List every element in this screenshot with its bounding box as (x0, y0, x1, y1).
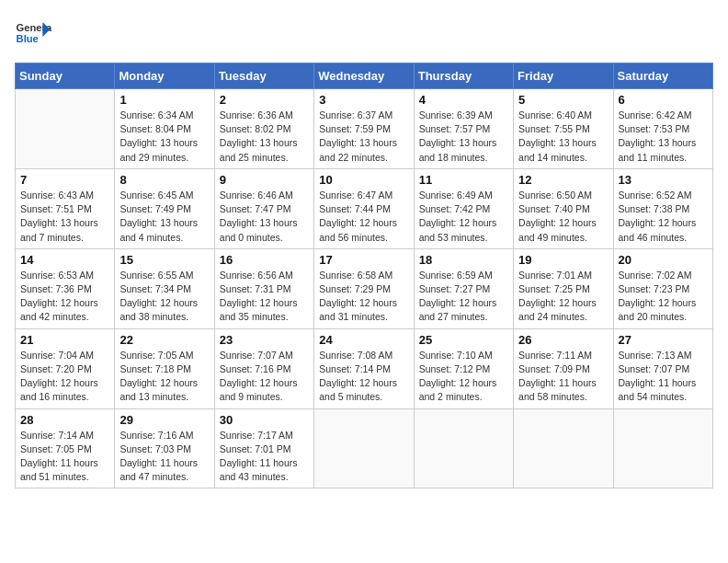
calendar-cell (16, 89, 115, 169)
calendar-week-row: 21Sunrise: 7:04 AMSunset: 7:20 PMDayligh… (16, 328, 713, 408)
day-number: 10 (319, 173, 408, 187)
day-detail: Sunrise: 7:05 AMSunset: 7:18 PMDaylight:… (119, 349, 209, 405)
day-detail: Sunrise: 6:40 AMSunset: 7:55 PMDaylight:… (518, 109, 608, 165)
weekday-header-tuesday: Tuesday (214, 63, 313, 89)
calendar-cell: 17Sunrise: 6:58 AMSunset: 7:29 PMDayligh… (314, 248, 414, 328)
calendar-cell: 13Sunrise: 6:52 AMSunset: 7:38 PMDayligh… (613, 168, 712, 248)
page-header: General Blue (15, 15, 713, 52)
calendar-cell: 1Sunrise: 6:34 AMSunset: 8:04 PMDaylight… (115, 89, 214, 169)
calendar-cell: 30Sunrise: 7:17 AMSunset: 7:01 PMDayligh… (214, 408, 313, 488)
day-detail: Sunrise: 7:11 AMSunset: 7:09 PMDaylight:… (518, 349, 608, 405)
calendar-cell (414, 408, 513, 488)
day-number: 19 (518, 253, 608, 267)
day-number: 28 (20, 413, 109, 427)
calendar-cell: 22Sunrise: 7:05 AMSunset: 7:18 PMDayligh… (115, 328, 214, 408)
day-detail: Sunrise: 6:49 AMSunset: 7:42 PMDaylight:… (419, 189, 508, 245)
calendar-cell (514, 408, 613, 488)
day-number: 21 (20, 333, 109, 347)
day-number: 9 (220, 173, 309, 187)
calendar-cell: 27Sunrise: 7:13 AMSunset: 7:07 PMDayligh… (613, 328, 712, 408)
day-number: 5 (518, 93, 608, 107)
svg-text:Blue: Blue (17, 33, 39, 44)
day-detail: Sunrise: 7:01 AMSunset: 7:25 PMDaylight:… (518, 269, 608, 325)
calendar-cell: 26Sunrise: 7:11 AMSunset: 7:09 PMDayligh… (514, 328, 613, 408)
calendar-cell: 10Sunrise: 6:47 AMSunset: 7:44 PMDayligh… (314, 168, 414, 248)
day-detail: Sunrise: 7:07 AMSunset: 7:16 PMDaylight:… (220, 349, 309, 405)
day-number: 24 (319, 333, 408, 347)
weekday-header-saturday: Saturday (613, 63, 712, 89)
calendar-cell: 6Sunrise: 6:42 AMSunset: 7:53 PMDaylight… (613, 89, 712, 169)
calendar-cell: 3Sunrise: 6:37 AMSunset: 7:59 PMDaylight… (314, 89, 414, 169)
day-detail: Sunrise: 6:39 AMSunset: 7:57 PMDaylight:… (419, 109, 508, 165)
day-number: 26 (518, 333, 608, 347)
day-number: 7 (20, 173, 109, 187)
calendar-week-row: 14Sunrise: 6:53 AMSunset: 7:36 PMDayligh… (16, 248, 713, 328)
day-number: 15 (119, 253, 209, 267)
day-detail: Sunrise: 6:50 AMSunset: 7:40 PMDaylight:… (518, 189, 608, 245)
logo-icon: General Blue (15, 15, 51, 52)
calendar-cell: 9Sunrise: 6:46 AMSunset: 7:47 PMDaylight… (214, 168, 313, 248)
day-detail: Sunrise: 6:36 AMSunset: 8:02 PMDaylight:… (220, 109, 309, 165)
day-number: 22 (119, 333, 209, 347)
day-detail: Sunrise: 7:14 AMSunset: 7:05 PMDaylight:… (20, 429, 109, 485)
day-number: 29 (119, 413, 209, 427)
day-number: 11 (419, 173, 508, 187)
weekday-header-friday: Friday (514, 63, 613, 89)
day-detail: Sunrise: 7:02 AMSunset: 7:23 PMDaylight:… (619, 269, 708, 325)
day-detail: Sunrise: 7:16 AMSunset: 7:03 PMDaylight:… (119, 429, 209, 485)
day-number: 4 (419, 93, 508, 107)
day-detail: Sunrise: 6:34 AMSunset: 8:04 PMDaylight:… (119, 109, 209, 165)
calendar-cell: 16Sunrise: 6:56 AMSunset: 7:31 PMDayligh… (214, 248, 313, 328)
day-number: 16 (220, 253, 309, 267)
day-number: 3 (319, 93, 408, 107)
logo: General Blue (15, 15, 55, 52)
calendar-cell: 21Sunrise: 7:04 AMSunset: 7:20 PMDayligh… (16, 328, 115, 408)
day-detail: Sunrise: 6:46 AMSunset: 7:47 PMDaylight:… (220, 189, 309, 245)
weekday-header-thursday: Thursday (414, 63, 513, 89)
weekday-header-sunday: Sunday (16, 63, 115, 89)
calendar-cell: 24Sunrise: 7:08 AMSunset: 7:14 PMDayligh… (314, 328, 414, 408)
day-detail: Sunrise: 6:52 AMSunset: 7:38 PMDaylight:… (619, 189, 708, 245)
weekday-header-monday: Monday (115, 63, 214, 89)
calendar-cell: 5Sunrise: 6:40 AMSunset: 7:55 PMDaylight… (514, 89, 613, 169)
calendar-cell: 28Sunrise: 7:14 AMSunset: 7:05 PMDayligh… (16, 408, 115, 488)
day-number: 27 (619, 333, 708, 347)
day-number: 30 (220, 413, 309, 427)
calendar-cell (314, 408, 414, 488)
calendar-cell: 4Sunrise: 6:39 AMSunset: 7:57 PMDaylight… (414, 89, 513, 169)
day-detail: Sunrise: 7:04 AMSunset: 7:20 PMDaylight:… (20, 349, 109, 405)
calendar-cell: 11Sunrise: 6:49 AMSunset: 7:42 PMDayligh… (414, 168, 513, 248)
day-detail: Sunrise: 6:47 AMSunset: 7:44 PMDaylight:… (319, 189, 408, 245)
day-number: 6 (619, 93, 708, 107)
day-detail: Sunrise: 6:58 AMSunset: 7:29 PMDaylight:… (319, 269, 408, 325)
calendar-cell: 12Sunrise: 6:50 AMSunset: 7:40 PMDayligh… (514, 168, 613, 248)
day-detail: Sunrise: 6:53 AMSunset: 7:36 PMDaylight:… (20, 269, 109, 325)
day-detail: Sunrise: 6:42 AMSunset: 7:53 PMDaylight:… (619, 109, 708, 165)
calendar-cell: 19Sunrise: 7:01 AMSunset: 7:25 PMDayligh… (514, 248, 613, 328)
calendar-cell: 7Sunrise: 6:43 AMSunset: 7:51 PMDaylight… (16, 168, 115, 248)
day-number: 18 (419, 253, 508, 267)
day-detail: Sunrise: 6:43 AMSunset: 7:51 PMDaylight:… (20, 189, 109, 245)
calendar-cell: 20Sunrise: 7:02 AMSunset: 7:23 PMDayligh… (613, 248, 712, 328)
day-detail: Sunrise: 6:55 AMSunset: 7:34 PMDaylight:… (119, 269, 209, 325)
calendar-table: SundayMondayTuesdayWednesdayThursdayFrid… (15, 63, 713, 488)
day-detail: Sunrise: 6:37 AMSunset: 7:59 PMDaylight:… (319, 109, 408, 165)
weekday-header-wednesday: Wednesday (314, 63, 414, 89)
day-number: 13 (619, 173, 708, 187)
calendar-cell: 8Sunrise: 6:45 AMSunset: 7:49 PMDaylight… (115, 168, 214, 248)
calendar-cell (613, 408, 712, 488)
day-number: 14 (20, 253, 109, 267)
calendar-cell: 18Sunrise: 6:59 AMSunset: 7:27 PMDayligh… (414, 248, 513, 328)
day-number: 17 (319, 253, 408, 267)
day-number: 25 (419, 333, 508, 347)
day-number: 23 (220, 333, 309, 347)
day-detail: Sunrise: 7:08 AMSunset: 7:14 PMDaylight:… (319, 349, 408, 405)
day-number: 20 (619, 253, 708, 267)
calendar-week-row: 7Sunrise: 6:43 AMSunset: 7:51 PMDaylight… (16, 168, 713, 248)
calendar-cell: 23Sunrise: 7:07 AMSunset: 7:16 PMDayligh… (214, 328, 313, 408)
calendar-cell: 2Sunrise: 6:36 AMSunset: 8:02 PMDaylight… (214, 89, 313, 169)
day-detail: Sunrise: 7:17 AMSunset: 7:01 PMDaylight:… (220, 429, 309, 485)
day-number: 12 (518, 173, 608, 187)
calendar-week-row: 1Sunrise: 6:34 AMSunset: 8:04 PMDaylight… (16, 89, 713, 169)
calendar-week-row: 28Sunrise: 7:14 AMSunset: 7:05 PMDayligh… (16, 408, 713, 488)
